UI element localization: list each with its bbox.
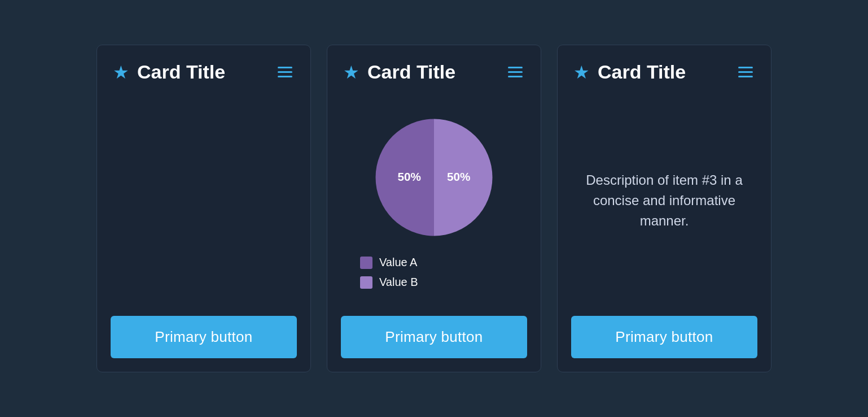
menu-icon[interactable] xyxy=(275,64,295,80)
legend-color-b xyxy=(360,276,372,289)
card-2-body: 50% 50% Value A Value B xyxy=(327,94,541,307)
card-1-body xyxy=(97,94,310,307)
primary-button-2[interactable]: Primary button xyxy=(341,316,527,358)
card-2-title: Card Title xyxy=(367,61,498,83)
legend-color-a xyxy=(360,257,372,269)
card-2-header: ★ Card Title xyxy=(327,45,541,94)
card-1: ★ Card Title Primary button xyxy=(97,45,311,372)
svg-text:50%: 50% xyxy=(398,170,421,183)
card-1-footer: Primary button xyxy=(97,307,310,358)
card-1-title: Card Title xyxy=(137,61,268,83)
star-icon-2: ★ xyxy=(343,63,360,81)
card-1-header: ★ Card Title xyxy=(97,45,310,94)
card-3-footer: Primary button xyxy=(558,307,771,358)
pie-chart-container: 50% 50% Value A Value B xyxy=(343,112,525,289)
pie-chart: 50% 50% xyxy=(369,112,499,242)
primary-button-3[interactable]: Primary button xyxy=(571,316,757,358)
card-2-footer: Primary button xyxy=(327,307,541,358)
card-3-title: Card Title xyxy=(598,61,728,83)
card-3: ★ Card Title Description of item #3 in a… xyxy=(557,45,771,372)
legend-item-b: Value B xyxy=(360,276,418,289)
primary-button-1[interactable]: Primary button xyxy=(111,316,297,358)
menu-icon-2[interactable] xyxy=(506,64,525,80)
legend-item-a: Value A xyxy=(360,256,418,269)
star-icon-3: ★ xyxy=(573,63,590,81)
svg-text:50%: 50% xyxy=(447,170,470,183)
star-icon: ★ xyxy=(113,63,129,81)
card-2: ★ Card Title 50% 50% Value A xyxy=(327,45,541,372)
card-3-body: Description of item #3 in a concise and … xyxy=(558,94,771,307)
card-3-description: Description of item #3 in a concise and … xyxy=(573,170,755,231)
chart-legend: Value A Value B xyxy=(343,256,418,289)
legend-label-a: Value A xyxy=(379,256,417,269)
legend-label-b: Value B xyxy=(379,276,418,289)
menu-icon-3[interactable] xyxy=(736,64,755,80)
card-3-header: ★ Card Title xyxy=(558,45,771,94)
